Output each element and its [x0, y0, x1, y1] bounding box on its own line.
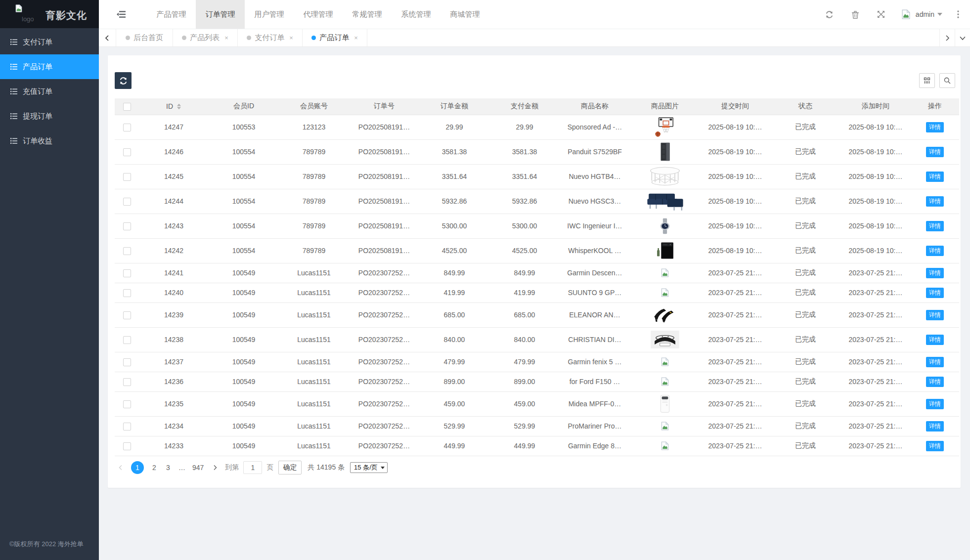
current-page[interactable]: 1	[131, 461, 144, 474]
row-checkbox[interactable]	[123, 198, 131, 206]
cell-member-id: 100554	[209, 139, 279, 164]
cell-member-id: 100549	[209, 327, 279, 352]
chevron-down-icon[interactable]	[937, 13, 942, 16]
detail-button[interactable]: 详情	[926, 268, 944, 278]
sofa-image[interactable]	[647, 191, 684, 211]
round-table-image[interactable]	[649, 167, 681, 186]
detail-button[interactable]: 详情	[926, 335, 944, 345]
tab-close-icon[interactable]: ×	[354, 34, 358, 42]
sidebar-item-支付订单[interactable]: 支付订单	[0, 30, 99, 54]
search-button[interactable]	[939, 73, 955, 88]
black-bag-image[interactable]	[650, 330, 680, 349]
detail-button[interactable]: 详情	[926, 399, 944, 409]
jump-to-label: 到第	[225, 463, 239, 472]
tabs-scroll-right-button[interactable]	[939, 29, 955, 46]
tab-支付订单[interactable]: 支付订单×	[238, 29, 303, 46]
row-checkbox[interactable]	[123, 336, 131, 344]
row-checkbox[interactable]	[123, 400, 131, 408]
cell-member-id: 100554	[209, 189, 279, 214]
trash-icon[interactable]	[849, 8, 861, 20]
row-checkbox[interactable]	[123, 423, 131, 431]
sort-icon[interactable]	[176, 103, 181, 110]
cell-order-no: PO202307252…	[349, 352, 419, 372]
page-number-input[interactable]	[243, 461, 262, 474]
tab-close-icon[interactable]: ×	[289, 34, 293, 42]
page-number[interactable]: 947	[192, 464, 204, 472]
refresh-icon[interactable]	[824, 8, 836, 20]
avatar-broken-image-icon[interactable]	[901, 9, 912, 20]
table-row: 14246100554789789PO202508191…3581.383581…	[115, 139, 959, 164]
detail-button[interactable]: 详情	[926, 246, 944, 256]
filter-columns-button[interactable]	[919, 73, 935, 88]
nav-item-代理管理[interactable]: 代理管理	[294, 0, 343, 29]
fullscreen-icon[interactable]	[875, 8, 887, 20]
nav-item-常规管理[interactable]: 常规管理	[343, 0, 392, 29]
detail-button[interactable]: 详情	[926, 196, 944, 207]
broken-image-icon[interactable]	[661, 288, 669, 297]
row-checkbox[interactable]	[123, 358, 131, 366]
detail-button[interactable]: 详情	[926, 357, 944, 367]
nav-item-系统管理[interactable]: 系统管理	[392, 0, 441, 29]
row-checkbox[interactable]	[123, 148, 131, 156]
nav-item-订单管理[interactable]: 订单管理	[196, 0, 245, 29]
nav-item-产品管理[interactable]: 产品管理	[147, 0, 196, 29]
next-page-icon[interactable]	[212, 465, 218, 471]
prev-page-icon[interactable]	[118, 465, 124, 471]
detail-button[interactable]: 详情	[926, 310, 944, 320]
broken-image-icon[interactable]	[661, 441, 669, 450]
tab-后台首页[interactable]: 后台首页	[116, 29, 173, 46]
tab-产品订单[interactable]: 产品订单×	[303, 29, 367, 46]
sidebar-item-充值订单[interactable]: 充值订单	[0, 79, 99, 104]
watch-image[interactable]	[660, 218, 670, 234]
detail-button[interactable]: 详情	[926, 288, 944, 298]
broken-image-icon[interactable]	[661, 268, 669, 277]
broken-image-icon[interactable]	[661, 422, 669, 431]
sidebar-item-产品订单[interactable]: 产品订单	[0, 54, 99, 79]
row-checkbox[interactable]	[123, 289, 131, 297]
detail-button[interactable]: 详情	[926, 172, 944, 182]
page-number[interactable]: 3	[165, 464, 172, 472]
heels-image[interactable]	[652, 307, 678, 322]
detail-button[interactable]: 详情	[926, 421, 944, 431]
row-checkbox[interactable]	[123, 173, 131, 181]
detail-button[interactable]: 详情	[926, 221, 944, 231]
row-checkbox[interactable]	[123, 269, 131, 277]
tab-close-icon[interactable]: ×	[224, 34, 228, 42]
row-checkbox[interactable]	[123, 222, 131, 230]
server-cabinet-image[interactable]	[660, 142, 671, 161]
row-checkbox[interactable]	[123, 247, 131, 255]
select-all-checkbox[interactable]	[123, 103, 131, 111]
page-size-select[interactable]: 15 条/页	[350, 462, 388, 473]
cell-pay-amount: 849.99	[489, 263, 560, 283]
row-checkbox[interactable]	[123, 378, 131, 386]
cell-submit-time: 2025-08-19 10:…	[700, 139, 770, 164]
detail-button[interactable]: 详情	[926, 122, 944, 132]
tabs-menu-button[interactable]	[955, 29, 970, 46]
confirm-page-button[interactable]: 确定	[278, 461, 302, 474]
tab-产品列表[interactable]: 产品列表×	[173, 29, 238, 46]
detail-button[interactable]: 详情	[926, 147, 944, 157]
page-number[interactable]: 2	[151, 464, 158, 472]
wine-cooler-image[interactable]	[656, 241, 674, 260]
row-checkbox[interactable]	[123, 311, 131, 319]
detail-button[interactable]: 详情	[926, 441, 944, 451]
refresh-table-button[interactable]	[115, 72, 132, 89]
sidebar-item-提现订单[interactable]: 提现订单	[0, 104, 99, 129]
user-name[interactable]: admin	[916, 10, 934, 18]
nav-item-商城管理[interactable]: 商城管理	[441, 0, 489, 29]
basketball-hoop-image[interactable]	[654, 117, 676, 137]
cell-product-name: Garmin Descen…	[560, 263, 630, 283]
more-vertical-icon[interactable]	[952, 8, 964, 20]
cell-order-amount: 449.99	[419, 436, 489, 456]
row-checkbox[interactable]	[123, 124, 131, 131]
row-checkbox[interactable]	[123, 442, 131, 450]
nav-item-用户管理[interactable]: 用户管理	[245, 0, 294, 29]
collapse-menu-icon[interactable]	[111, 0, 131, 29]
tabs-scroll-left-button[interactable]	[99, 29, 116, 46]
broken-image-icon[interactable]	[661, 357, 669, 366]
sidebar-item-订单收益[interactable]: 订单收益	[0, 129, 99, 153]
cell-checkbox	[115, 372, 139, 391]
air-conditioner-image[interactable]	[660, 394, 670, 413]
detail-button[interactable]: 详情	[926, 377, 944, 387]
broken-image-icon[interactable]	[661, 377, 669, 386]
